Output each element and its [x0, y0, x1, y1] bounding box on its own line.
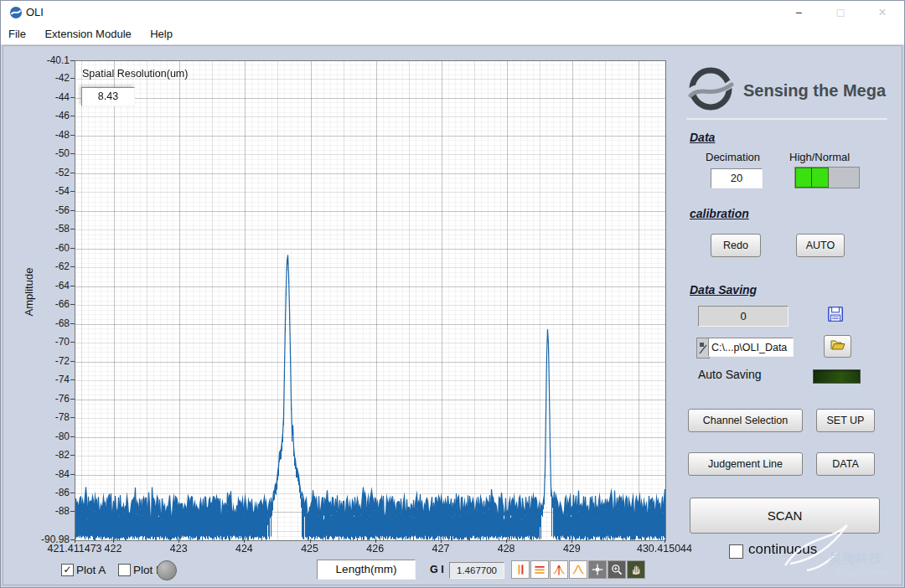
gi-label: G I — [430, 564, 444, 575]
x-tick-label: 426 — [338, 543, 413, 554]
y-tick-mark — [70, 286, 75, 286]
y-tick-label: -42 — [16, 72, 70, 84]
vertical-cursors-icon — [514, 563, 527, 576]
y-tick-label: -46 — [16, 110, 70, 121]
y-tick-mark — [70, 511, 75, 512]
data-button[interactable]: DATA — [816, 452, 875, 476]
save-icon[interactable] — [826, 305, 845, 323]
y-tick-mark — [70, 455, 75, 456]
oli-application-window: OLI − □ × File Extension Module Help Amp… — [0, 0, 905, 588]
pan-hand-tool-button[interactable] — [627, 560, 645, 579]
y-tick-label: -86 — [16, 487, 70, 498]
auto-button[interactable]: AUTO — [796, 234, 845, 257]
save-path-input[interactable]: C:\...p\OLI_Data — [708, 338, 794, 357]
x-tick-mark — [441, 539, 442, 543]
y-tick-label: -70 — [16, 336, 70, 348]
y-tick-label: -52 — [16, 167, 70, 178]
minimize-button[interactable]: − — [783, 1, 814, 24]
peak-marker-tool-button[interactable] — [550, 560, 568, 579]
y-tick-label: -80 — [16, 431, 70, 442]
y-tick-mark — [70, 474, 75, 475]
pan-hand-icon — [629, 563, 643, 576]
high-normal-label: High/Normal — [789, 151, 850, 163]
zoom-tool-button[interactable] — [608, 560, 626, 579]
y-tick-mark — [70, 323, 75, 324]
auto-saving-label: Auto Saving — [698, 368, 762, 381]
y-tick-mark — [70, 361, 75, 362]
y-tick-label: -40.1 — [16, 54, 70, 66]
plot-b-checkbox[interactable] — [118, 564, 131, 576]
x-tick-label: 425 — [272, 543, 348, 554]
slider-handle-divider — [811, 168, 812, 188]
x-tick-label: 430.415044 — [627, 543, 702, 554]
menu-item-file[interactable]: File — [1, 24, 34, 44]
x-tick-mark — [506, 539, 507, 543]
y-tick-mark — [70, 399, 75, 400]
horizontal-cursors-icon — [533, 563, 546, 576]
calibration-section-title: calibration — [690, 207, 749, 220]
y-tick-mark — [70, 97, 75, 98]
x-tick-mark — [178, 539, 179, 543]
y-tick-label: -60 — [16, 242, 70, 254]
redo-button[interactable]: Redo — [711, 234, 761, 257]
y-tick-mark — [70, 60, 75, 61]
y-tick-mark — [70, 266, 75, 267]
y-tick-label: -68 — [16, 317, 70, 329]
maximize-button[interactable]: □ — [825, 1, 856, 24]
x-tick-label: 424 — [206, 543, 282, 554]
decimation-input[interactable]: 20 — [711, 168, 763, 188]
menu-item-help[interactable]: Help — [142, 24, 180, 44]
graph-tools-palette — [511, 560, 645, 579]
y-tick-mark — [70, 153, 75, 154]
judgement-line-button[interactable]: Judgement Line — [688, 452, 803, 476]
y-tick-mark — [70, 493, 75, 493]
set-up-button[interactable]: SET UP — [816, 409, 875, 432]
crosshair-cursor-icon — [591, 563, 604, 576]
plot-a-checkbox[interactable]: ✓ — [61, 564, 74, 576]
gi-value-box[interactable]: 1.467700 — [449, 562, 504, 579]
y-tick-mark — [70, 116, 75, 116]
y-tick-mark — [70, 229, 75, 230]
x-tick-mark — [310, 539, 311, 543]
browse-folder-button[interactable] — [824, 335, 851, 358]
plot-area[interactable] — [75, 60, 666, 541]
x-tick-mark — [113, 539, 114, 543]
y-tick-label: -84 — [16, 468, 70, 480]
menu-item-extension-module[interactable]: Extension Module — [37, 24, 138, 44]
x-tick-mark — [244, 539, 245, 543]
close-button[interactable]: × — [867, 1, 897, 24]
plot-a-label: Plot A — [76, 564, 106, 576]
curve-fit-tool-button[interactable] — [569, 560, 587, 579]
length-unit-box[interactable]: Length(mm) — [317, 560, 416, 580]
y-tick-label: -76 — [16, 393, 70, 405]
y-tick-mark — [70, 78, 75, 79]
vertical-cursors-tool-button[interactable] — [511, 560, 530, 579]
crosshair-cursor-tool-button[interactable] — [588, 560, 607, 579]
y-tick-label: -48 — [16, 129, 70, 141]
x-tick-label: 428 — [468, 543, 544, 554]
y-tick-mark — [70, 248, 75, 249]
waveform-canvas[interactable] — [75, 61, 665, 540]
x-tick-mark — [571, 539, 572, 543]
y-tick-mark — [70, 436, 75, 437]
x-tick-mark — [665, 539, 665, 543]
menu-bar: File Extension Module Help — [1, 24, 904, 45]
y-tick-label: -54 — [16, 185, 70, 197]
y-tick-mark — [70, 379, 75, 380]
watermark-company-name: 昊衡科技 — [829, 550, 882, 568]
data-section-title: Data — [690, 131, 715, 144]
x-tick-label: 423 — [141, 543, 216, 554]
auto-saving-led[interactable] — [813, 369, 861, 384]
window-title: OLI — [26, 6, 44, 18]
curve-fit-icon — [571, 563, 585, 576]
knob-control[interactable] — [157, 560, 177, 580]
y-tick-label: -78 — [16, 411, 70, 423]
high-normal-slider[interactable] — [794, 167, 860, 188]
horizontal-cursors-tool-button[interactable] — [530, 560, 549, 579]
slider-handle[interactable] — [795, 168, 829, 188]
watermark-brand-name: MegaSense — [836, 567, 891, 577]
y-tick-label: -66 — [16, 298, 70, 310]
y-tick-label: -50 — [16, 147, 70, 159]
channel-selection-button[interactable]: Channel Selection — [688, 409, 803, 432]
continuous-checkbox[interactable] — [729, 544, 743, 559]
